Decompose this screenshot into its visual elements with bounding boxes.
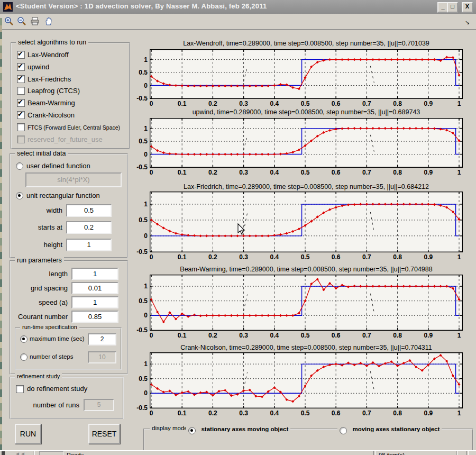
zoom-in-icon[interactable] — [4, 16, 14, 26]
x-tick-label: 0.6 — [326, 253, 345, 261]
checkbox-icon[interactable] — [17, 99, 25, 107]
y-tick-label: 1 — [131, 56, 148, 63]
plot-title: Beam-Warming, time=0.289000, time step=0… — [150, 266, 463, 273]
algorithm-row[interactable]: Lax-Wendroff — [17, 51, 125, 59]
num-steps-radio[interactable] — [20, 353, 28, 361]
algorithm-row[interactable]: FTCS (Forward Euler, Central Space) — [17, 123, 125, 132]
y-tick-label: 0.5 — [131, 69, 148, 76]
checkbox-icon[interactable] — [17, 111, 25, 119]
user-defined-radio[interactable] — [16, 162, 23, 170]
x-tick-label: 0.1 — [172, 253, 191, 261]
group-initial-data: select initial data user defined functio… — [10, 153, 128, 258]
display-mode-option[interactable]: stationary axes moving object — [186, 426, 290, 434]
maximize-button[interactable]: □ — [447, 2, 458, 13]
algorithm-row[interactable]: Crank-Nicolson — [17, 111, 125, 120]
x-tick-label: 0.5 — [296, 253, 315, 261]
display-mode-option[interactable]: moving axes stationary object — [337, 426, 442, 434]
function-input[interactable]: sin(4*pi*X) — [25, 172, 122, 187]
statusbar-ready: Ready — [67, 451, 84, 455]
x-tick-label: 0.1 — [172, 332, 191, 339]
checkbox-icon[interactable] — [17, 51, 25, 59]
x-tick-label: 1 — [450, 410, 469, 417]
algorithm-label: Beam-Warming — [28, 99, 75, 107]
checkbox-icon[interactable] — [17, 63, 25, 71]
run-button[interactable]: RUN — [15, 424, 41, 444]
courant-input[interactable]: 0.85 — [71, 311, 118, 323]
group-label: select algorithms to run — [16, 39, 88, 46]
plot-axes — [150, 118, 463, 168]
checkbox-icon[interactable] — [17, 87, 25, 95]
x-tick-label: 0.6 — [326, 332, 345, 339]
x-tick-label: 0.4 — [265, 410, 284, 417]
starts-at-input[interactable]: 0.2 — [66, 221, 112, 234]
y-tick-label: 0 — [131, 312, 148, 319]
checkbox-icon[interactable] — [17, 75, 25, 83]
height-input[interactable]: 1 — [66, 239, 112, 251]
toolbar-overflow-arrow[interactable]: ↘ — [465, 19, 470, 26]
window-title: <Student Version> : 1D advection solver,… — [16, 2, 267, 10]
x-tick-label: 0.3 — [234, 332, 253, 339]
algorithm-row[interactable]: Beam-Warming — [17, 99, 125, 107]
close-button[interactable]: X — [462, 2, 473, 13]
reset-button[interactable]: RESET — [88, 424, 120, 444]
max-time-radio[interactable] — [20, 335, 28, 343]
algorithm-row[interactable]: Leapfrog (CTCS) — [17, 87, 125, 95]
num-steps-input[interactable]: 10 — [88, 351, 116, 363]
checkbox-icon[interactable] — [17, 123, 25, 131]
x-tick-label: 0.6 — [326, 410, 345, 417]
speed-label: speed (a) — [16, 298, 68, 306]
grid-spacing-label: grid spacing — [16, 284, 68, 292]
x-tick-label: 0.3 — [234, 100, 253, 107]
x-tick-label: 0.5 — [296, 332, 315, 339]
y-tick-label: 0.5 — [131, 375, 148, 383]
max-time-input[interactable]: 2 — [88, 333, 116, 345]
grid-spacing-input[interactable]: 0.01 — [71, 282, 118, 294]
checkbox-icon[interactable] — [17, 135, 25, 143]
algorithm-row[interactable]: Lax-Friedrichs — [17, 75, 125, 84]
x-tick-label: 0.4 — [265, 332, 284, 339]
mouse-cursor — [237, 223, 246, 236]
refinement-label: do refinement study — [27, 385, 87, 393]
plot-axes — [150, 192, 463, 252]
speed-input[interactable]: 1 — [71, 296, 118, 308]
pan-hand-icon[interactable] — [44, 16, 53, 26]
statusbar-divider — [466, 451, 469, 455]
display-mode-label: display mode — [150, 425, 190, 431]
refinement-checkbox[interactable] — [16, 385, 24, 393]
x-tick-label: 0.8 — [388, 169, 407, 176]
algorithm-row[interactable]: reserved_for_future_use — [17, 135, 125, 144]
group-refinement-study: refinement study do refinement study num… — [10, 377, 124, 419]
statusbar-icon — [2, 451, 5, 455]
algorithm-row[interactable]: upwind — [17, 63, 125, 71]
algorithm-label: reserved_for_future_use — [28, 135, 103, 143]
print-icon[interactable] — [30, 16, 40, 26]
rect-function-label: unit rectangular function — [26, 192, 100, 199]
width-label: width — [21, 206, 62, 214]
zoom-out-icon[interactable] — [17, 16, 26, 26]
width-input[interactable]: 0.5 — [66, 204, 112, 217]
plot-axes — [150, 275, 463, 331]
plot-title: Lax-Friedrich, time=0.289000, time step=… — [150, 183, 463, 190]
plot-title: Lax-Wendroff, time=0.289000, time step=0… — [150, 40, 463, 47]
y-tick-label: 1 — [131, 201, 148, 208]
y-tick-label: 0.5 — [131, 138, 148, 145]
x-tick-label: 0.5 — [296, 169, 315, 176]
x-tick-label: 0 — [142, 100, 161, 107]
rect-function-radio[interactable] — [16, 192, 23, 199]
statusbar-divider — [373, 451, 376, 455]
plot-title: Crank-Nicolson, time=0.289000, time step… — [150, 344, 463, 351]
starts-at-label: starts at — [21, 223, 62, 231]
algorithm-list: Lax-WendroffupwindLax-FriedrichsLeapfrog… — [12, 51, 127, 146]
y-tick-label: 1 — [131, 283, 148, 290]
x-tick-label: 1 — [450, 100, 469, 107]
plot-title: upwind, time=0.289000, time step=0.00850… — [150, 108, 463, 116]
x-tick-label: 0.9 — [419, 100, 438, 107]
x-tick-label: 0.8 — [388, 253, 407, 261]
stationary-axes-label: stationary axes moving object — [201, 426, 288, 432]
stationary-axes-radio[interactable] — [188, 427, 196, 434]
length-input[interactable]: 1 — [71, 268, 118, 280]
number-of-runs-input[interactable]: 5 — [84, 399, 114, 411]
x-tick-label: 0.8 — [388, 332, 407, 339]
group-label: select initial data — [15, 150, 68, 157]
moving-axes-radio[interactable] — [340, 427, 347, 434]
